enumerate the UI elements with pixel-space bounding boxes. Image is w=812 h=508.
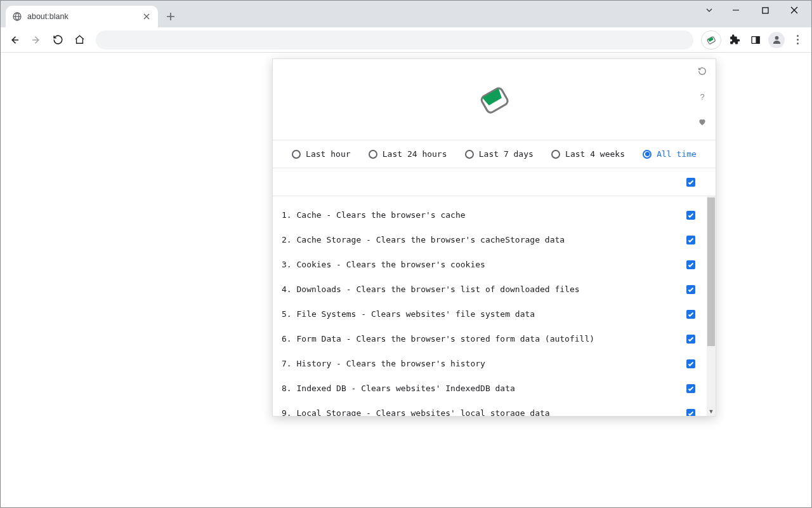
list-item-label: 8. Indexed DB - Clears websites' Indexed… — [282, 384, 679, 393]
time-option-0[interactable]: Last hour — [292, 149, 350, 159]
list-item-label: 4. Downloads - Clears the browser's list… — [282, 284, 679, 294]
list-item-label: 2. Cache Storage - Clears the browser's … — [282, 235, 679, 244]
list-item-label: 7. History - Clears the browser's histor… — [282, 359, 679, 368]
browser-window: about:blank — [0, 0, 812, 508]
list-item-checkbox[interactable] — [686, 335, 695, 344]
time-option-4[interactable]: All time — [643, 149, 697, 159]
list-item: 8. Indexed DB - Clears websites' Indexed… — [282, 376, 695, 401]
list-item: 5. File Systems - Clears websites' file … — [282, 302, 695, 326]
menu-button[interactable] — [789, 31, 806, 49]
time-range-row: Last hourLast 24 hoursLast 7 daysLast 4 … — [273, 140, 716, 168]
options-list-wrap: 1. Cache - Clears the browser's cache2. … — [273, 196, 716, 416]
radio-icon — [643, 150, 652, 159]
caret-down-icon[interactable] — [697, 1, 721, 20]
eraser-icon — [475, 80, 514, 119]
radio-icon — [551, 150, 560, 159]
list-item-checkbox[interactable] — [686, 211, 695, 220]
list-item-label: 1. Cache - Clears the browser's cache — [282, 210, 679, 220]
forward-button[interactable] — [27, 31, 45, 49]
sidepanel-icon[interactable] — [747, 31, 764, 49]
list-item-label: 5. File Systems - Clears websites' file … — [282, 309, 679, 319]
tab-strip: about:blank — [1, 1, 811, 27]
select-all-checkbox[interactable] — [686, 178, 695, 187]
time-option-label: Last 7 days — [479, 149, 534, 159]
scrollbar[interactable]: ▼ — [707, 196, 716, 416]
list-item-checkbox[interactable] — [686, 310, 695, 319]
list-item: 3. Cookies - Clears the browser's cookie… — [282, 252, 695, 277]
time-option-label: Last 4 weeks — [565, 149, 625, 159]
scroll-down-icon[interactable]: ▼ — [707, 407, 716, 416]
select-all-row — [273, 168, 716, 196]
svg-rect-4 — [756, 36, 759, 43]
list-item-checkbox[interactable] — [686, 236, 695, 244]
address-bar[interactable] — [96, 30, 693, 50]
time-option-label: Last hour — [306, 149, 350, 159]
list-item-label: 3. Cookies - Clears the browser's cookie… — [282, 260, 679, 269]
radio-icon — [369, 150, 377, 159]
extension-popup: ? Last hourLast 24 hoursLast 7 daysLast … — [272, 58, 716, 417]
extensions-icon[interactable] — [725, 31, 743, 49]
scrollbar-thumb[interactable] — [707, 197, 715, 346]
help-icon[interactable]: ? — [697, 91, 708, 102]
list-item: 1. Cache - Clears the browser's cache — [282, 203, 695, 227]
close-tab-icon[interactable] — [141, 11, 152, 22]
profile-avatar[interactable] — [768, 32, 785, 48]
refresh-icon[interactable] — [697, 65, 708, 77]
time-option-2[interactable]: Last 7 days — [465, 149, 534, 159]
list-item: 4. Downloads - Clears the browser's list… — [282, 277, 695, 302]
heart-icon[interactable] — [697, 116, 708, 128]
list-item: 2. Cache Storage - Clears the browser's … — [282, 227, 695, 252]
list-item: 9. Local Storage - Clears websites' loca… — [282, 401, 695, 416]
list-item: 6. Form Data - Clears the browser's stor… — [282, 326, 695, 351]
tab-about-blank[interactable]: about:blank — [6, 6, 158, 27]
list-item-checkbox[interactable] — [686, 384, 695, 393]
list-item-checkbox[interactable] — [686, 409, 695, 417]
globe-icon — [12, 11, 22, 22]
popup-header: ? — [273, 59, 716, 140]
window-controls — [697, 1, 809, 20]
active-extension-button[interactable] — [701, 30, 721, 50]
home-button[interactable] — [70, 31, 88, 49]
new-tab-button[interactable] — [162, 8, 180, 25]
maximize-button[interactable] — [750, 1, 780, 20]
svg-rect-1 — [763, 8, 768, 13]
list-item: 7. History - Clears the browser's histor… — [282, 351, 695, 376]
radio-icon — [465, 150, 474, 159]
minimize-button[interactable] — [721, 1, 750, 20]
reload-button[interactable] — [49, 31, 67, 49]
list-item-checkbox[interactable] — [686, 285, 695, 294]
list-item-label: 6. Form Data - Clears the browser's stor… — [282, 334, 679, 344]
tab-title: about:blank — [27, 12, 136, 21]
time-option-3[interactable]: Last 4 weeks — [551, 149, 625, 159]
back-button[interactable] — [6, 31, 23, 49]
list-item-label: 9. Local Storage - Clears websites' loca… — [282, 408, 679, 416]
toolbar — [1, 27, 811, 53]
time-option-label: Last 24 hours — [383, 149, 447, 159]
time-option-1[interactable]: Last 24 hours — [369, 149, 447, 159]
list-item-checkbox[interactable] — [686, 260, 695, 269]
svg-point-5 — [775, 36, 778, 40]
radio-icon — [292, 150, 301, 159]
options-list: 1. Cache - Clears the browser's cache2. … — [273, 196, 707, 416]
close-window-button[interactable] — [780, 1, 809, 20]
time-option-label: All time — [657, 149, 697, 159]
list-item-checkbox[interactable] — [686, 359, 695, 368]
